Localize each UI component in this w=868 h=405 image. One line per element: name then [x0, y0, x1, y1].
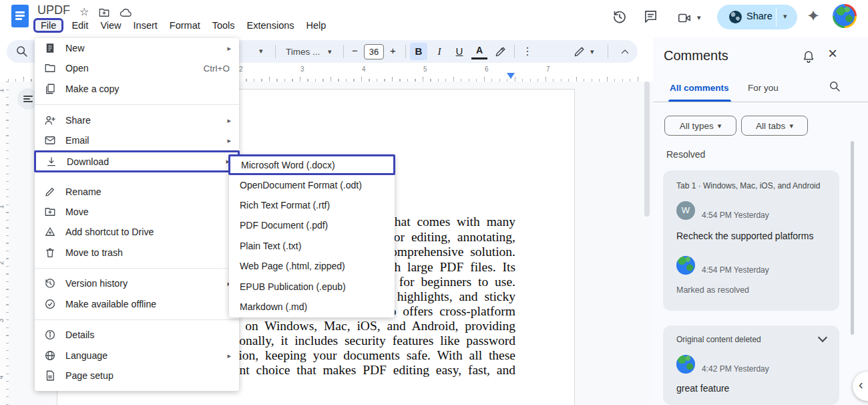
- menu-item-share[interactable]: Share ▸: [35, 110, 239, 130]
- globe-icon: [44, 350, 56, 362]
- filter-all-types[interactable]: All types▾: [664, 116, 736, 136]
- menu-separator: [35, 268, 239, 269]
- document-text-line: ditionally, it includes security feature…: [222, 333, 515, 348]
- gemini-sparkle-icon[interactable]: ✦: [807, 7, 820, 25]
- ruler-number: 3: [0, 319, 5, 323]
- font-family-select[interactable]: Times ...: [286, 47, 320, 57]
- document-text-line: o offers cross-platform: [390, 304, 515, 319]
- submenu-item-md[interactable]: Markdown (.md): [229, 297, 395, 317]
- menu-tools[interactable]: Tools: [206, 18, 241, 33]
- menu-item-details[interactable]: Details: [35, 325, 239, 345]
- avatar: W: [676, 201, 695, 220]
- file-menu: New ▸ Open Ctrl+O Make a copy Share ▸ Em…: [35, 38, 239, 391]
- menu-item-make-a-copy[interactable]: Make a copy: [35, 79, 239, 99]
- menu-edit[interactable]: Edit: [65, 18, 94, 33]
- menu-item-open[interactable]: Open Ctrl+O: [35, 58, 239, 78]
- meet-video-icon[interactable]: [677, 11, 692, 25]
- font-family-caret[interactable]: ▾: [328, 47, 332, 56]
- chevron-down-icon: ▾: [718, 122, 722, 130]
- tab-all-comments[interactable]: All comments: [670, 83, 729, 93]
- font-size-input[interactable]: 36: [364, 44, 384, 59]
- menu-view[interactable]: View: [94, 18, 127, 33]
- menu-item-label: Download: [67, 156, 109, 167]
- more-options-button[interactable]: ⋮: [522, 45, 533, 57]
- ruler-number: 2: [239, 65, 243, 73]
- menu-item-new[interactable]: New ▸: [35, 38, 239, 58]
- bold-button[interactable]: B: [410, 43, 427, 60]
- trash-icon: [44, 247, 56, 259]
- document-title[interactable]: UPDF: [37, 3, 70, 17]
- menu-item-version-history[interactable]: Version history ▸: [35, 273, 239, 293]
- filter-all-tabs[interactable]: All tabs▾: [741, 116, 808, 136]
- menu-help[interactable]: Help: [300, 18, 333, 33]
- move-folder-icon[interactable]: [98, 7, 110, 19]
- document-scrollbar[interactable]: [644, 82, 650, 217]
- account-avatar[interactable]: [833, 4, 857, 28]
- comments-panel: Comments × All comments For you All type…: [653, 37, 868, 405]
- menu-extensions[interactable]: Extensions: [241, 18, 300, 33]
- submenu-item-label: OpenDocument Format (.odt): [240, 180, 362, 190]
- comment-card[interactable]: Tab 1 · Windows, Mac, iOS, and Android W…: [663, 170, 839, 311]
- menu-item-move-to-trash[interactable]: Move to trash: [35, 243, 239, 263]
- chevron-down-icon[interactable]: [818, 333, 827, 342]
- move-folder-icon: [44, 206, 56, 218]
- submenu-arrow-icon: ▸: [227, 44, 231, 53]
- comments-scrollbar[interactable]: [851, 141, 854, 335]
- submenu-item-epub[interactable]: EPUB Publication (.epub): [229, 277, 395, 297]
- menu-insert[interactable]: Insert: [128, 18, 164, 33]
- document-text-line: or editing, annotating,: [394, 230, 515, 245]
- submenu-item-pdf[interactable]: PDF Document (.pdf): [229, 215, 395, 235]
- menu-format[interactable]: Format: [164, 18, 206, 33]
- vertical-ruler: 1 1 2 3 4: [0, 82, 9, 405]
- share-button[interactable]: Share ▾: [717, 5, 797, 29]
- editing-mode-caret[interactable]: ▾: [590, 47, 594, 56]
- filter-label: All types: [680, 121, 714, 131]
- search-comments-icon[interactable]: [828, 80, 841, 93]
- submenu-item-label: Web Page (.html, zipped): [240, 261, 345, 271]
- document-text-line: omprehensive solution.: [391, 245, 515, 259]
- comment-card[interactable]: Original content deleted 4:42 PM Yesterd…: [663, 325, 839, 405]
- star-icon[interactable]: ☆: [79, 5, 89, 18]
- envelope-icon: [44, 134, 56, 146]
- menu-item-make-available-offline[interactable]: Make available offline: [35, 294, 239, 314]
- editing-mode-icon[interactable]: [573, 45, 586, 58]
- menu-item-move[interactable]: Move: [35, 202, 239, 222]
- search-menus-icon[interactable]: [15, 44, 29, 58]
- meet-dropdown-caret[interactable]: ▾: [697, 13, 701, 22]
- highlight-color-icon[interactable]: [494, 45, 507, 58]
- submenu-item-html[interactable]: Web Page (.html, zipped): [229, 256, 395, 276]
- underline-button[interactable]: U: [451, 43, 467, 60]
- notifications-bell-icon[interactable]: [801, 49, 816, 64]
- menu-file[interactable]: File: [33, 18, 63, 33]
- tab-for-you[interactable]: For you: [748, 83, 779, 93]
- submenu-item-odt[interactable]: OpenDocument Format (.odt): [229, 175, 395, 195]
- comment-history-icon[interactable]: [643, 9, 658, 24]
- share-divider: [776, 7, 777, 27]
- menu-item-email[interactable]: Email ▸: [35, 130, 239, 150]
- italic-button[interactable]: I: [431, 43, 447, 60]
- rename-pencil-icon: [44, 186, 56, 198]
- info-icon: [44, 329, 56, 341]
- increase-font-button[interactable]: +: [390, 45, 396, 56]
- menu-item-label: Make a copy: [65, 84, 119, 94]
- version-history-icon[interactable]: [612, 9, 628, 25]
- menu-item-download[interactable]: Download ▸: [34, 150, 240, 172]
- submenu-item-txt[interactable]: Plain Text (.txt): [229, 236, 395, 256]
- menu-item-label: Add shortcut to Drive: [65, 227, 154, 237]
- document-text-line: y for beginners to use.: [386, 275, 515, 289]
- menu-item-page-setup[interactable]: Page setup: [35, 366, 239, 386]
- styles-dropdown-caret[interactable]: ▾: [259, 47, 263, 55]
- indent-marker[interactable]: [507, 73, 515, 79]
- submenu-item-rtf[interactable]: Rich Text Format (.rtf): [229, 195, 395, 215]
- menu-item-language[interactable]: Language ▸: [35, 346, 239, 366]
- share-dropdown-caret[interactable]: ▾: [783, 12, 787, 21]
- text-color-button[interactable]: A: [471, 42, 487, 59]
- document-text-line: highlights, and sticky: [397, 289, 515, 304]
- menu-item-add-shortcut[interactable]: Add shortcut to Drive: [35, 222, 239, 242]
- docs-logo-icon[interactable]: [11, 5, 29, 27]
- decrease-font-button[interactable]: −: [352, 45, 358, 56]
- close-icon[interactable]: ×: [828, 44, 837, 63]
- hide-menus-chevron-icon[interactable]: [620, 47, 630, 56]
- submenu-item-docx[interactable]: Microsoft Word (.docx): [228, 154, 395, 175]
- menu-item-rename[interactable]: Rename: [35, 182, 239, 202]
